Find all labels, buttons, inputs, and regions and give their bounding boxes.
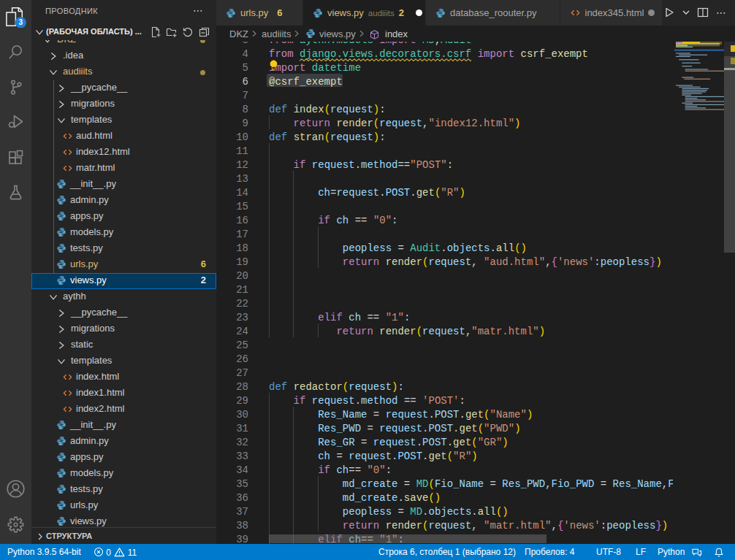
svg-text:3: 3	[18, 18, 23, 26]
